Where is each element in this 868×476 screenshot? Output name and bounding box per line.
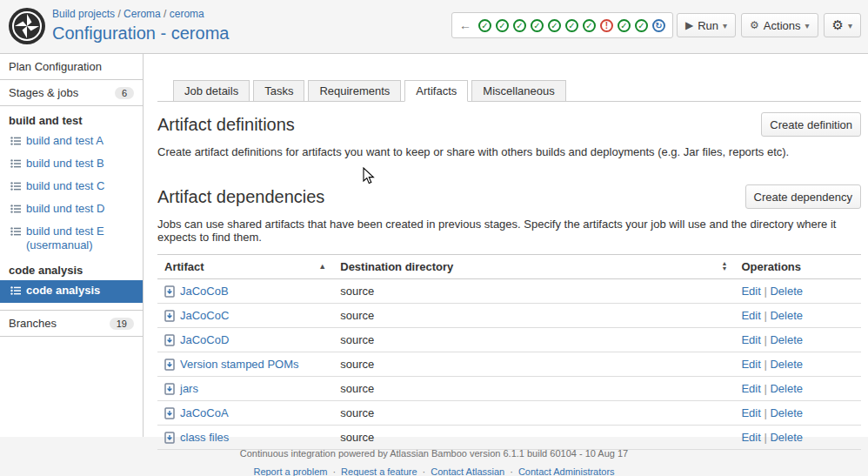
- sidebar-item-job[interactable]: build und test C: [0, 176, 143, 198]
- footer-link[interactable]: Request a feature: [341, 466, 417, 476]
- footer-link[interactable]: Contact Administrators: [518, 466, 615, 476]
- build-status-success-icon[interactable]: ✓: [565, 19, 578, 32]
- destination-directory: source: [333, 328, 734, 352]
- destination-directory: source: [333, 352, 734, 377]
- create-dependency-button[interactable]: Create dependency: [745, 184, 861, 209]
- operations-cell: Edit | Delete: [734, 401, 861, 426]
- footer-link[interactable]: Contact Atlassian: [431, 466, 504, 476]
- sidebar-item-branches[interactable]: Branches 19: [0, 310, 143, 337]
- sidebar-item-job[interactable]: code analysis: [0, 280, 143, 303]
- job-list-icon: [10, 136, 21, 150]
- artifact-link[interactable]: JaCoCoD: [180, 333, 229, 346]
- tab-requirements[interactable]: Requirements: [308, 80, 401, 102]
- artifact-dependencies-table: Artifact ▲ Destination directory ▲▼ Oper…: [157, 254, 861, 450]
- footer-link-separator: ·: [332, 466, 336, 476]
- breadcrumb-link[interactable]: ceroma: [170, 8, 204, 20]
- footer-link[interactable]: Report a problem: [253, 466, 327, 476]
- run-button-label: Run: [698, 19, 718, 32]
- operations-column-label: Operations: [741, 260, 801, 273]
- run-button[interactable]: ▶ Run ▾: [677, 13, 736, 37]
- build-status-success-icon[interactable]: ✓: [478, 19, 491, 32]
- breadcrumb-link[interactable]: Build projects: [52, 8, 115, 20]
- artifact-link[interactable]: JaCoCoA: [180, 406, 229, 419]
- build-status-success-icon[interactable]: ✓: [635, 19, 648, 32]
- build-status-success-icon[interactable]: ✓: [496, 19, 509, 32]
- edit-link[interactable]: Edit: [741, 406, 760, 419]
- build-status-success-icon[interactable]: ✓: [583, 19, 596, 32]
- app-header: Build projects / Ceroma / ceroma Configu…: [0, 0, 868, 54]
- delete-link[interactable]: Delete: [770, 358, 803, 371]
- build-status-success-icon[interactable]: ✓: [513, 19, 526, 32]
- build-status-success-icon[interactable]: ✓: [618, 19, 631, 32]
- build-status-fail-icon[interactable]: !: [600, 19, 613, 32]
- bamboo-logo-icon: [9, 8, 45, 44]
- job-list-icon: [10, 158, 21, 172]
- operations-cell: Edit | Delete: [734, 426, 861, 450]
- edit-link[interactable]: Edit: [741, 285, 760, 298]
- job-label: build und test E (usermanual): [26, 225, 134, 252]
- artifact-icon: [164, 432, 175, 444]
- operations-cell: Edit | Delete: [734, 328, 861, 352]
- sidebar-item-job[interactable]: build und test B: [0, 153, 143, 176]
- edit-link[interactable]: Edit: [741, 333, 760, 346]
- delete-link[interactable]: Delete: [770, 382, 803, 395]
- edit-link[interactable]: Edit: [741, 309, 760, 322]
- page-title: Configuration - ceroma: [52, 23, 229, 44]
- column-header-destination-directory[interactable]: Destination directory ▲▼: [333, 255, 734, 279]
- edit-link[interactable]: Edit: [741, 358, 760, 371]
- create-definition-button[interactable]: Create definition: [761, 112, 861, 137]
- artifact-link[interactable]: JaCoCoB: [180, 285, 229, 298]
- sidebar-item-job[interactable]: build and test A: [0, 131, 143, 153]
- artifact-link[interactable]: jars: [180, 382, 198, 395]
- build-status-success-icon[interactable]: ✓: [548, 19, 561, 32]
- artifact-link[interactable]: class files: [180, 431, 229, 444]
- build-status-building-icon[interactable]: ↻: [652, 19, 665, 32]
- build-status-success-icon[interactable]: ✓: [531, 19, 544, 32]
- operation-separator: |: [761, 333, 771, 346]
- delete-link[interactable]: Delete: [770, 333, 803, 346]
- scroll-left-icon[interactable]: ←: [459, 18, 471, 32]
- tab-miscellaneous[interactable]: Miscellaneous: [471, 80, 565, 102]
- artifact-icon: [164, 285, 175, 298]
- sidebar-item-job[interactable]: build und test D: [0, 198, 143, 221]
- delete-link[interactable]: Delete: [770, 285, 803, 298]
- operation-separator: |: [761, 406, 771, 419]
- table-row: jars source Edit | Delete: [157, 377, 861, 401]
- stages-and-jobs-label: Stages & jobs: [9, 86, 78, 99]
- settings-menu-button[interactable]: ⚙ ▾: [824, 13, 861, 37]
- edit-link[interactable]: Edit: [741, 431, 760, 444]
- tab-tasks[interactable]: Tasks: [253, 80, 304, 102]
- tab-artifacts[interactable]: Artifacts: [404, 80, 468, 102]
- delete-link[interactable]: Delete: [770, 309, 803, 322]
- destination-directory: source: [333, 426, 734, 450]
- sidebar-item-job[interactable]: build und test E (usermanual): [0, 221, 143, 256]
- artifact-definitions-section-head: Artifact definitions Create definition: [157, 112, 861, 137]
- operation-separator: |: [761, 382, 771, 395]
- job-list-icon: [10, 226, 21, 240]
- column-header-artifact[interactable]: Artifact ▲: [157, 255, 333, 279]
- gear-icon: ⚙: [832, 17, 844, 33]
- edit-link[interactable]: Edit: [741, 382, 760, 395]
- plan-sidebar: Plan Configuration Stages & jobs 6 build…: [0, 54, 144, 437]
- operations-cell: Edit | Delete: [734, 279, 861, 304]
- sidebar-group-heading: code analysis: [0, 256, 143, 280]
- bamboo-logo[interactable]: [9, 8, 45, 44]
- actions-button[interactable]: ⚙ Actions ▾: [741, 13, 818, 37]
- chevron-down-icon: ▾: [848, 21, 852, 30]
- artifact-link[interactable]: JaCoCoC: [180, 309, 229, 322]
- operation-separator: |: [761, 358, 771, 371]
- chevron-down-icon: ▾: [805, 21, 809, 30]
- tab-job-details[interactable]: Job details: [173, 80, 250, 102]
- table-row: JaCoCoD source Edit | Delete: [157, 328, 861, 352]
- delete-link[interactable]: Delete: [770, 406, 803, 419]
- sidebar-group-heading: build and test: [0, 106, 143, 131]
- breadcrumb-link[interactable]: Ceroma: [124, 8, 161, 20]
- sort-both-icon: ▲▼: [721, 261, 727, 272]
- footer-link-separator: ·: [423, 466, 426, 476]
- play-icon: ▶: [685, 19, 693, 31]
- sidebar-item-stages-and-jobs[interactable]: Stages & jobs 6: [0, 80, 143, 106]
- column-header-operations: Operations: [734, 255, 861, 279]
- operations-cell: Edit | Delete: [734, 377, 861, 401]
- delete-link[interactable]: Delete: [770, 431, 803, 444]
- artifact-link[interactable]: Version stamped POMs: [180, 358, 299, 371]
